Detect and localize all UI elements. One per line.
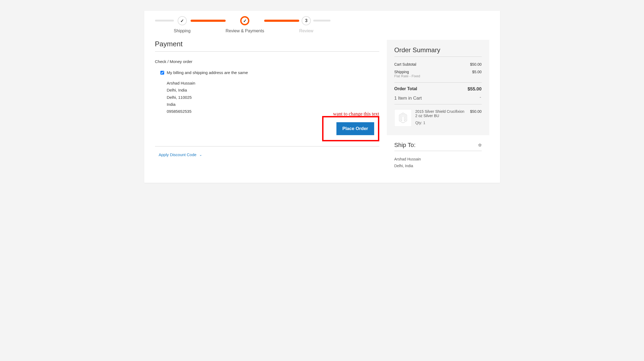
payment-method-label: Check / Money order — [155, 59, 379, 64]
step-shipping-circle: ✓ — [178, 16, 187, 25]
highlight-box: Place Order — [322, 116, 379, 141]
shipping-value: $5.00 — [472, 70, 481, 74]
chevron-up-icon: ⌃ — [479, 96, 482, 100]
address-line1: Delhi, India — [167, 87, 379, 94]
step-review-payments-label: Review & Payments — [226, 29, 264, 33]
step-shipping[interactable]: ✓ Shipping — [174, 16, 191, 33]
summary-shipping-row: Shipping $5.00 — [394, 68, 482, 74]
order-summary-box: Order Summary Cart Subtotal $50.00 Shipp… — [387, 40, 489, 135]
step-bar-active — [191, 20, 226, 22]
address-line2: Delhi, 110025 — [167, 94, 379, 101]
cart-item-qty: Qty: 1 — [415, 121, 466, 125]
step-number: 3 — [305, 18, 308, 23]
step-review-circle: 3 — [302, 16, 311, 25]
apply-discount-toggle[interactable]: Apply Discount Code ⌄ — [159, 152, 202, 157]
step-review-payments-circle: ✓ — [240, 16, 249, 25]
magento-placeholder-icon — [397, 112, 409, 124]
ship-to-address: Arshad Hussain Delhi, India — [394, 156, 482, 169]
ship-to-name: Arshad Hussain — [394, 156, 482, 163]
checkout-page: ✓ Shipping ✓ Review & Payments 3 Review … — [144, 11, 500, 183]
subtotal-value: $50.00 — [470, 62, 482, 66]
total-value: $55.00 — [468, 86, 482, 92]
ship-to-line1: Delhi, India — [394, 163, 482, 169]
ship-to-title: Ship To: — [394, 142, 416, 149]
ship-to-box: Ship To: ✿ Arshad Hussain Delhi, India — [387, 135, 489, 169]
step-bar — [155, 20, 174, 22]
cart-item-info: 2015 Silver Shield Crucifixion 2 oz Silv… — [415, 109, 466, 127]
chevron-down-icon: ⌄ — [199, 153, 202, 157]
same-address-row[interactable]: My billing and shipping address are the … — [160, 70, 379, 75]
summary-total-row: Order Total $55.00 — [394, 82, 482, 92]
progress-steps: ✓ Shipping ✓ Review & Payments 3 Review — [155, 11, 489, 40]
step-bar-active — [264, 20, 299, 22]
annotation-text: want to change this text — [333, 111, 379, 117]
order-summary-title: Order Summary — [394, 46, 482, 57]
step-review-payments[interactable]: ✓ Review & Payments — [226, 16, 264, 33]
address-country: India — [167, 101, 379, 108]
check-icon: ✓ — [180, 18, 184, 23]
cart-item-row: 2015 Silver Shield Crucifixion 2 oz Silv… — [394, 104, 482, 127]
cart-item-price: $50.00 — [470, 109, 482, 127]
ship-to-header: Ship To: ✿ — [394, 142, 482, 151]
apply-discount-label: Apply Discount Code — [159, 152, 197, 157]
sidebar: Order Summary Cart Subtotal $50.00 Shipp… — [387, 40, 489, 169]
cart-count-label: 1 Item in Cart — [394, 96, 422, 101]
action-area: want to change this text Place Order — [155, 116, 379, 146]
payment-section-title: Payment — [155, 40, 379, 52]
billing-address: Arshad Hussain Delhi, India Delhi, 11002… — [167, 80, 379, 115]
summary-subtotal-row: Cart Subtotal $50.00 — [394, 61, 482, 68]
total-label: Order Total — [394, 86, 417, 92]
same-address-checkbox[interactable] — [160, 71, 164, 75]
shipping-label: Shipping — [394, 70, 409, 74]
shipping-method-label: Flat Rate - Fixed — [394, 74, 482, 81]
check-icon: ✓ — [243, 18, 247, 23]
step-bar — [313, 20, 330, 22]
step-review[interactable]: 3 Review — [299, 16, 313, 33]
step-review-label: Review — [299, 29, 313, 33]
step-shipping-label: Shipping — [174, 29, 191, 33]
gear-icon[interactable]: ✿ — [478, 143, 482, 148]
subtotal-label: Cart Subtotal — [394, 62, 416, 66]
payment-main: Payment Check / Money order My billing a… — [155, 40, 379, 157]
same-address-label: My billing and shipping address are the … — [167, 70, 248, 75]
place-order-button[interactable]: Place Order — [336, 122, 374, 135]
product-thumbnail — [394, 109, 412, 127]
address-name: Arshad Hussain — [167, 80, 379, 87]
cart-items-toggle[interactable]: 1 Item in Cart ⌃ — [394, 92, 482, 104]
cart-item-name: 2015 Silver Shield Crucifixion 2 oz Silv… — [415, 109, 466, 118]
